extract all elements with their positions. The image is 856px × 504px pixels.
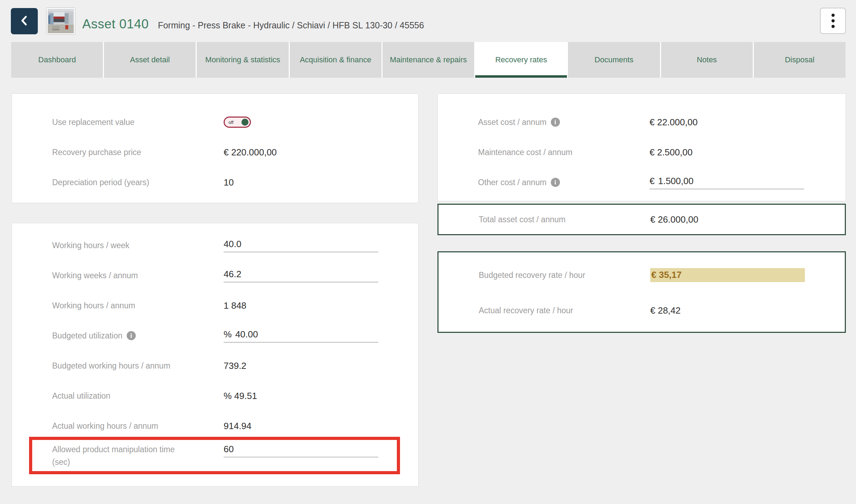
page-title: Asset 0140 xyxy=(82,17,149,31)
back-button[interactable] xyxy=(11,8,38,34)
field-row-use-replacement-value: Use replacement value off xyxy=(12,107,418,137)
field-row-actual-recovery-rate: Actual recovery rate / hour € 28,42 xyxy=(438,291,845,330)
actual-utilization-value: % 49.51 xyxy=(224,391,257,401)
page-subtitle: Forming - Press Brake - Hydraulic / Schi… xyxy=(158,20,424,30)
budgeted-working-hours-value: 739.2 xyxy=(224,360,246,371)
tab-label: Documents xyxy=(595,55,633,64)
field-row-actual-working-hours: Actual working hours / annum 914.94 xyxy=(12,411,418,441)
info-icon[interactable] xyxy=(127,331,136,340)
recovery-purchase-price-value: € 220.000,00 xyxy=(224,147,277,158)
field-row-working-hours-annum: Working hours / annum 1 848 xyxy=(12,290,418,321)
field-label: Recovery purchase price xyxy=(52,146,224,159)
working-hours-week-input[interactable] xyxy=(224,239,378,250)
total-asset-cost-value: € 26.000,00 xyxy=(650,214,698,225)
field-label: Actual utilization xyxy=(52,390,224,402)
tab-label: Dashboard xyxy=(38,55,76,64)
info-icon[interactable] xyxy=(551,178,560,187)
tab-bar: Dashboard Asset detail Monitoring & stat… xyxy=(11,42,846,78)
asset-thumbnail[interactable] xyxy=(47,8,75,34)
more-options-button[interactable] xyxy=(820,8,846,34)
tab-recovery-rates[interactable]: Recovery rates xyxy=(475,42,567,78)
field-row-maintenance-cost: Maintenance cost / annum € 2.500,00 xyxy=(438,137,846,167)
tab-label: Monitoring & statistics xyxy=(205,55,280,64)
tab-disposal[interactable]: Disposal xyxy=(754,42,846,78)
field-row-depreciation-period: Depreciation period (years) 10 xyxy=(12,167,418,197)
replacement-value-card: Use replacement value off Recovery purch… xyxy=(12,93,419,203)
field-row-budgeted-working-hours: Budgeted working hours / annum 739.2 xyxy=(12,351,418,381)
field-label: Depreciation period (years) xyxy=(52,176,224,189)
tab-dashboard[interactable]: Dashboard xyxy=(11,42,103,78)
field-row-budgeted-recovery-rate: Budgeted recovery rate / hour € 35,17 xyxy=(438,259,845,291)
tab-asset-detail[interactable]: Asset detail xyxy=(104,42,196,78)
working-hours-card: Working hours / week Working weeks / ann… xyxy=(12,223,419,486)
other-cost-underline: € xyxy=(650,176,804,189)
toggle-state-label: off xyxy=(229,120,233,125)
tab-label: Asset detail xyxy=(130,55,170,64)
field-row-working-hours-week: Working hours / week xyxy=(12,230,418,260)
budgeted-utilization-input[interactable] xyxy=(235,329,378,340)
working-hours-week-underline xyxy=(224,239,378,252)
budgeted-recovery-rate-value: € 35,17 xyxy=(650,268,805,282)
tab-label: Disposal xyxy=(785,55,814,64)
working-weeks-annum-underline xyxy=(224,269,378,282)
tab-label: Recovery rates xyxy=(495,55,547,64)
working-weeks-annum-input[interactable] xyxy=(224,269,378,280)
tab-monitoring-statistics[interactable]: Monitoring & statistics xyxy=(197,42,288,78)
chevron-left-icon xyxy=(18,14,31,28)
field-row-working-weeks-annum: Working weeks / annum xyxy=(12,260,418,290)
tab-documents[interactable]: Documents xyxy=(568,42,660,78)
allowed-manipulation-time-underline xyxy=(224,444,378,457)
field-label: Use replacement value xyxy=(52,116,224,128)
field-row-actual-utilization: Actual utilization % 49.51 xyxy=(12,381,418,411)
tab-maintenance-repairs[interactable]: Maintenance & repairs xyxy=(383,42,474,78)
field-label: Working weeks / annum xyxy=(52,269,224,282)
asset-photo xyxy=(48,9,74,33)
field-label: Allowed product manipulation time(sec) xyxy=(52,443,224,468)
tab-acquisition-finance[interactable]: Acquisition & finance xyxy=(290,42,381,78)
field-label: Total asset cost / annum xyxy=(479,213,650,226)
field-label: Actual recovery rate / hour xyxy=(479,304,650,317)
maintenance-cost-value: € 2.500,00 xyxy=(650,147,693,158)
field-row-total-asset-cost: Total asset cost / annum € 26.000,00 xyxy=(438,213,845,226)
tab-label: Notes xyxy=(697,55,717,64)
asset-cost-value: € 22.000,00 xyxy=(650,117,697,128)
field-row-asset-cost: Asset cost / annum € 22.000,00 xyxy=(438,107,846,137)
recovery-rates-box: Budgeted recovery rate / hour € 35,17 Ac… xyxy=(437,251,846,333)
field-label: Asset cost / annum xyxy=(478,116,650,128)
actual-working-hours-value: 914.94 xyxy=(224,421,252,432)
other-cost-input[interactable] xyxy=(658,176,804,187)
active-tab-indicator xyxy=(475,75,567,78)
tab-notes[interactable]: Notes xyxy=(661,42,753,78)
tab-label: Maintenance & repairs xyxy=(390,55,467,64)
toggle-knob xyxy=(241,119,248,126)
field-label: Working hours / week xyxy=(52,239,224,252)
header-title-row: Asset 0140 Forming - Press Brake - Hydra… xyxy=(82,0,424,42)
actual-recovery-rate-value: € 28,42 xyxy=(650,305,681,316)
working-hours-annum-value: 1 848 xyxy=(224,300,246,311)
field-label: Working hours / annum xyxy=(52,299,224,312)
field-label: Actual working hours / annum xyxy=(52,420,224,432)
depreciation-period-value: 10 xyxy=(224,177,234,188)
field-row-other-cost: Other cost / annum € xyxy=(438,167,846,197)
info-icon[interactable] xyxy=(551,118,560,127)
field-row-allowed-manipulation-time: Allowed product manipulation time(sec) xyxy=(12,441,418,476)
tab-label: Acquisition & finance xyxy=(300,55,371,64)
field-label: Budgeted utilization xyxy=(52,329,224,342)
field-row-recovery-purchase-price: Recovery purchase price € 220.000,00 xyxy=(12,137,418,167)
percent-prefix: % xyxy=(224,329,232,340)
euro-prefix: € xyxy=(650,176,654,187)
field-label: Budgeted recovery rate / hour xyxy=(479,269,650,281)
field-row-budgeted-utilization: Budgeted utilization % xyxy=(12,321,418,351)
budgeted-utilization-underline: % xyxy=(224,329,378,343)
field-label: Maintenance cost / annum xyxy=(478,146,650,159)
field-label: Other cost / annum xyxy=(478,176,650,189)
use-replacement-value-toggle[interactable]: off xyxy=(224,117,251,128)
total-asset-cost-box: Total asset cost / annum € 26.000,00 xyxy=(437,204,846,235)
field-label: Budgeted working hours / annum xyxy=(52,359,224,372)
allowed-manipulation-time-input[interactable] xyxy=(224,444,378,455)
asset-cost-card: Asset cost / annum € 22.000,00 Maintenan… xyxy=(437,93,846,201)
